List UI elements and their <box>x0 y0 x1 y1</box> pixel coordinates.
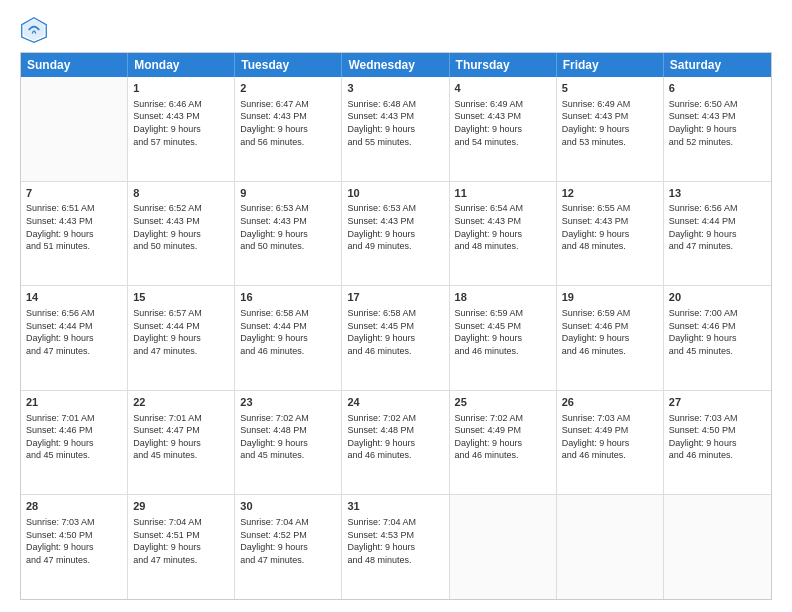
day-cell-3: 3Sunrise: 6:48 AMSunset: 4:43 PMDaylight… <box>342 77 449 181</box>
cell-info-line: Daylight: 9 hours <box>133 228 229 241</box>
day-cell-27: 27Sunrise: 7:03 AMSunset: 4:50 PMDayligh… <box>664 391 771 495</box>
cell-info-line: Sunset: 4:43 PM <box>455 110 551 123</box>
cell-info-line: Daylight: 9 hours <box>347 123 443 136</box>
cell-info-line: and 50 minutes. <box>240 240 336 253</box>
day-number: 4 <box>455 81 551 96</box>
cell-info-line: and 48 minutes. <box>455 240 551 253</box>
cell-info-line: Daylight: 9 hours <box>26 437 122 450</box>
day-of-week-tuesday: Tuesday <box>235 53 342 77</box>
cell-info-line: Daylight: 9 hours <box>26 541 122 554</box>
day-number: 11 <box>455 186 551 201</box>
cell-info-line: and 47 minutes. <box>133 554 229 567</box>
day-of-week-sunday: Sunday <box>21 53 128 77</box>
cell-info-line: Sunset: 4:44 PM <box>26 320 122 333</box>
page: SundayMondayTuesdayWednesdayThursdayFrid… <box>0 0 792 612</box>
cell-info-line: Sunset: 4:48 PM <box>347 424 443 437</box>
cell-info-line: and 47 minutes. <box>240 554 336 567</box>
day-of-week-thursday: Thursday <box>450 53 557 77</box>
cell-info-line: Sunrise: 7:03 AM <box>26 516 122 529</box>
cell-info-line: Daylight: 9 hours <box>669 123 766 136</box>
empty-cell <box>21 77 128 181</box>
cell-info-line: and 56 minutes. <box>240 136 336 149</box>
cell-info-line: Daylight: 9 hours <box>562 332 658 345</box>
cell-info-line: Daylight: 9 hours <box>455 332 551 345</box>
day-number: 26 <box>562 395 658 410</box>
calendar: SundayMondayTuesdayWednesdayThursdayFrid… <box>20 52 772 600</box>
cell-info-line: Daylight: 9 hours <box>347 228 443 241</box>
day-cell-10: 10Sunrise: 6:53 AMSunset: 4:43 PMDayligh… <box>342 182 449 286</box>
cell-info-line: Sunrise: 7:01 AM <box>26 412 122 425</box>
cell-info-line: Sunset: 4:49 PM <box>455 424 551 437</box>
cell-info-line: Sunrise: 6:49 AM <box>562 98 658 111</box>
day-cell-17: 17Sunrise: 6:58 AMSunset: 4:45 PMDayligh… <box>342 286 449 390</box>
cell-info-line: and 45 minutes. <box>240 449 336 462</box>
day-number: 1 <box>133 81 229 96</box>
calendar-body: 1Sunrise: 6:46 AMSunset: 4:43 PMDaylight… <box>21 77 771 599</box>
day-number: 5 <box>562 81 658 96</box>
day-cell-20: 20Sunrise: 7:00 AMSunset: 4:46 PMDayligh… <box>664 286 771 390</box>
day-cell-30: 30Sunrise: 7:04 AMSunset: 4:52 PMDayligh… <box>235 495 342 599</box>
day-number: 30 <box>240 499 336 514</box>
cell-info-line: Sunrise: 7:00 AM <box>669 307 766 320</box>
cell-info-line: Sunset: 4:52 PM <box>240 529 336 542</box>
day-cell-11: 11Sunrise: 6:54 AMSunset: 4:43 PMDayligh… <box>450 182 557 286</box>
cell-info-line: Daylight: 9 hours <box>26 228 122 241</box>
cell-info-line: and 51 minutes. <box>26 240 122 253</box>
empty-cell <box>664 495 771 599</box>
cell-info-line: and 50 minutes. <box>133 240 229 253</box>
day-number: 22 <box>133 395 229 410</box>
day-number: 16 <box>240 290 336 305</box>
header <box>20 16 772 44</box>
cell-info-line: Daylight: 9 hours <box>669 332 766 345</box>
day-number: 2 <box>240 81 336 96</box>
cell-info-line: and 46 minutes. <box>347 449 443 462</box>
cell-info-line: and 46 minutes. <box>562 345 658 358</box>
cell-info-line: and 57 minutes. <box>133 136 229 149</box>
cell-info-line: Sunrise: 6:57 AM <box>133 307 229 320</box>
cell-info-line: Sunrise: 6:48 AM <box>347 98 443 111</box>
cell-info-line: Sunset: 4:45 PM <box>347 320 443 333</box>
cell-info-line: Sunrise: 7:03 AM <box>669 412 766 425</box>
day-number: 18 <box>455 290 551 305</box>
cell-info-line: Sunset: 4:43 PM <box>347 110 443 123</box>
day-number: 20 <box>669 290 766 305</box>
cell-info-line: and 47 minutes. <box>26 345 122 358</box>
calendar-week-2: 7Sunrise: 6:51 AMSunset: 4:43 PMDaylight… <box>21 182 771 287</box>
calendar-header: SundayMondayTuesdayWednesdayThursdayFrid… <box>21 53 771 77</box>
day-number: 29 <box>133 499 229 514</box>
calendar-week-1: 1Sunrise: 6:46 AMSunset: 4:43 PMDaylight… <box>21 77 771 182</box>
day-cell-13: 13Sunrise: 6:56 AMSunset: 4:44 PMDayligh… <box>664 182 771 286</box>
day-cell-9: 9Sunrise: 6:53 AMSunset: 4:43 PMDaylight… <box>235 182 342 286</box>
day-cell-28: 28Sunrise: 7:03 AMSunset: 4:50 PMDayligh… <box>21 495 128 599</box>
cell-info-line: Sunset: 4:43 PM <box>455 215 551 228</box>
cell-info-line: Daylight: 9 hours <box>133 123 229 136</box>
cell-info-line: Sunset: 4:47 PM <box>133 424 229 437</box>
day-number: 27 <box>669 395 766 410</box>
day-number: 9 <box>240 186 336 201</box>
cell-info-line: Daylight: 9 hours <box>133 332 229 345</box>
day-cell-21: 21Sunrise: 7:01 AMSunset: 4:46 PMDayligh… <box>21 391 128 495</box>
cell-info-line: and 47 minutes. <box>133 345 229 358</box>
cell-info-line: and 46 minutes. <box>455 345 551 358</box>
day-number: 24 <box>347 395 443 410</box>
cell-info-line: Daylight: 9 hours <box>240 123 336 136</box>
day-number: 12 <box>562 186 658 201</box>
day-cell-16: 16Sunrise: 6:58 AMSunset: 4:44 PMDayligh… <box>235 286 342 390</box>
day-cell-25: 25Sunrise: 7:02 AMSunset: 4:49 PMDayligh… <box>450 391 557 495</box>
cell-info-line: and 46 minutes. <box>562 449 658 462</box>
day-cell-15: 15Sunrise: 6:57 AMSunset: 4:44 PMDayligh… <box>128 286 235 390</box>
cell-info-line: and 46 minutes. <box>669 449 766 462</box>
cell-info-line: Sunrise: 6:59 AM <box>562 307 658 320</box>
cell-info-line: Daylight: 9 hours <box>133 541 229 554</box>
cell-info-line: Daylight: 9 hours <box>240 332 336 345</box>
day-number: 15 <box>133 290 229 305</box>
cell-info-line: Daylight: 9 hours <box>240 228 336 241</box>
cell-info-line: Sunrise: 6:53 AM <box>240 202 336 215</box>
day-cell-29: 29Sunrise: 7:04 AMSunset: 4:51 PMDayligh… <box>128 495 235 599</box>
day-number: 13 <box>669 186 766 201</box>
cell-info-line: Sunrise: 6:58 AM <box>240 307 336 320</box>
cell-info-line: Daylight: 9 hours <box>26 332 122 345</box>
cell-info-line: Sunset: 4:43 PM <box>133 110 229 123</box>
cell-info-line: and 52 minutes. <box>669 136 766 149</box>
day-cell-31: 31Sunrise: 7:04 AMSunset: 4:53 PMDayligh… <box>342 495 449 599</box>
